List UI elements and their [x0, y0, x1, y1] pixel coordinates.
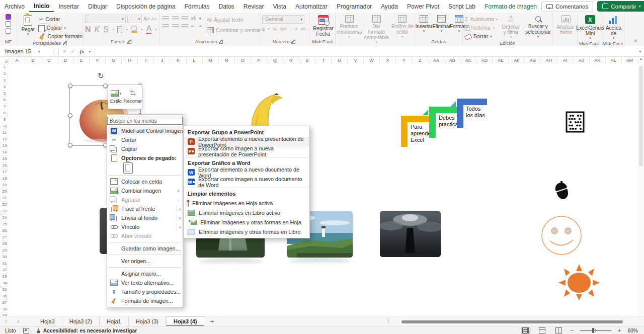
- resize-handle[interactable]: [68, 84, 72, 88]
- row-header[interactable]: 27: [0, 234, 9, 241]
- increase-indent-icon[interactable]: ⇥: [198, 24, 202, 29]
- menu-item-tamano-propiedades[interactable]: ⇕ Tamaño y propiedades...: [107, 287, 183, 296]
- zoom-out-button[interactable]: −: [571, 327, 574, 333]
- row-header[interactable]: 24: [0, 215, 9, 221]
- submenu-split-arrow[interactable]: ›: [177, 205, 181, 212]
- menu-search-input[interactable]: [107, 117, 183, 125]
- zoom-slider-thumb[interactable]: [592, 328, 594, 333]
- row-header[interactable]: 25: [0, 221, 9, 228]
- next-sheet-icon[interactable]: ›: [12, 316, 24, 326]
- orientation-icon[interactable]: ab̊: [191, 16, 196, 21]
- smartart-steps[interactable]: Para aprender Excel Debes practicar Todo…: [400, 99, 488, 149]
- row-header[interactable]: 32: [0, 267, 9, 274]
- column-header[interactable]: N: [219, 57, 235, 64]
- row-header[interactable]: 23: [0, 208, 9, 215]
- number-format-combo[interactable]: General▾: [262, 15, 304, 24]
- tab-vista[interactable]: Vista: [269, 1, 291, 12]
- row-header[interactable]: 17: [0, 169, 9, 176]
- column-header[interactable]: Y: [396, 57, 412, 64]
- tab-power-pivot[interactable]: Power Pivot: [403, 1, 444, 12]
- clear-button[interactable]: Borrar▾: [465, 32, 498, 40]
- underline-button[interactable]: S: [103, 25, 109, 34]
- save-icon[interactable]: [6, 14, 11, 20]
- zoom-level[interactable]: 60%: [627, 328, 638, 333]
- row-header[interactable]: 7: [0, 104, 9, 110]
- formula-input[interactable]: [95, 46, 639, 56]
- menu-item-vinculo[interactable]: Vínculo ›: [107, 222, 183, 231]
- column-header[interactable]: L: [187, 57, 203, 64]
- row-header[interactable]: 13: [0, 143, 9, 149]
- macro-record-icon[interactable]: [23, 328, 29, 333]
- row-header[interactable]: 35: [0, 287, 9, 293]
- export-icon[interactable]: [6, 28, 11, 34]
- borders-icon[interactable]: [117, 26, 122, 33]
- column-header[interactable]: G: [106, 57, 122, 64]
- prev-sheet-icon[interactable]: ‹: [0, 316, 12, 326]
- conditional-format-button[interactable]: Formato condicional▾: [336, 14, 363, 39]
- align-right-icon[interactable]: [182, 24, 188, 29]
- row-header[interactable]: 21: [0, 195, 9, 202]
- acorn-shape[interactable]: [552, 181, 571, 201]
- column-header[interactable]: S: [299, 57, 315, 64]
- column-header[interactable]: V: [348, 57, 364, 64]
- rotate-handle-icon[interactable]: ↻: [98, 71, 104, 80]
- row-header[interactable]: 10: [0, 123, 9, 130]
- submenu-split-arrow[interactable]: ›: [177, 214, 181, 221]
- sheet-tab-hoja3-4[interactable]: Hoja3 (4): [166, 316, 204, 326]
- row-header[interactable]: 4: [0, 84, 9, 91]
- paste-button[interactable]: Pegar ▾: [17, 14, 39, 37]
- menu-item-colocar-en-celda[interactable]: Colocar en celda: [107, 177, 183, 186]
- dialog-launcher-icon[interactable]: [219, 40, 223, 44]
- fill-color-icon[interactable]: [131, 26, 137, 33]
- normal-view-button[interactable]: [521, 327, 531, 334]
- dialog-launcher-icon[interactable]: [127, 40, 131, 44]
- photo-monolith[interactable]: [380, 211, 441, 257]
- sheet-tab-hoja3-2[interactable]: Hoja3 (2): [62, 316, 100, 326]
- row-header[interactable]: 9: [0, 117, 9, 123]
- menu-item-formato-imagen[interactable]: Formato de imagen...: [107, 296, 183, 305]
- zoom-slider[interactable]: [580, 330, 611, 331]
- row-header[interactable]: 5: [0, 91, 9, 97]
- row-header[interactable]: 19: [0, 182, 9, 189]
- page-break-view-button[interactable]: [554, 327, 564, 334]
- decrease-font-icon[interactable]: A˅: [151, 17, 157, 22]
- row-header[interactable]: 20: [0, 189, 9, 195]
- abacus-shape[interactable]: [566, 111, 585, 133]
- resize-handle[interactable]: [103, 84, 108, 88]
- submenu-item-eliminar-libro-activo[interactable]: Eliminar imágenes en Libro activo: [184, 208, 309, 217]
- decrease-decimal-icon[interactable]: .00→: [300, 27, 309, 31]
- drag-handle-icon[interactable]: ⋮: [49, 49, 58, 54]
- page-layout-view-button[interactable]: [537, 327, 547, 334]
- add-sheet-button[interactable]: +: [204, 316, 219, 326]
- sheet-tab-hoja3-3[interactable]: Hoja3 (3): [129, 316, 166, 326]
- column-header[interactable]: R: [283, 57, 299, 64]
- column-header[interactable]: E: [73, 57, 90, 64]
- format-painter-button[interactable]: Copiar formato: [39, 32, 83, 40]
- smiley-face-shape[interactable]: [540, 215, 583, 256]
- wrap-text-button[interactable]: ab̲Ajustar texto: [207, 16, 265, 24]
- column-header[interactable]: C: [41, 57, 57, 64]
- menu-item-enviar-al-fondo[interactable]: Enviar al fondo ›: [107, 213, 183, 222]
- vertical-scrollbar[interactable]: ▲: [637, 57, 644, 315]
- find-select-button[interactable]: Buscar y seleccionar▾: [524, 14, 552, 39]
- tab-automatizar[interactable]: Automatizar: [291, 1, 332, 12]
- increase-font-icon[interactable]: A˄: [143, 16, 150, 22]
- column-header[interactable]: AL: [606, 57, 622, 64]
- picture-style-button[interactable]: ▾ Estilo: [108, 85, 124, 109]
- increase-decimal-icon[interactable]: ←.0: [290, 27, 297, 31]
- row-header[interactable]: 16: [0, 162, 9, 169]
- column-header[interactable]: AG: [525, 57, 541, 64]
- column-header[interactable]: H: [122, 57, 138, 64]
- align-middle-icon[interactable]: [172, 16, 179, 21]
- row-header[interactable]: 33: [0, 274, 9, 280]
- tab-dibujar[interactable]: Dibujar: [84, 1, 112, 12]
- align-left-icon[interactable]: [163, 24, 169, 29]
- menu-item-ver-origen[interactable]: Ver origen...: [107, 257, 183, 266]
- format-table-button[interactable]: Dar formato como tabla▾: [363, 14, 390, 45]
- font-color-icon[interactable]: A: [146, 25, 151, 34]
- tab-revisar[interactable]: Revisar: [239, 1, 269, 12]
- column-header[interactable]: O: [235, 57, 251, 64]
- column-header[interactable]: Q: [267, 57, 283, 64]
- row-header[interactable]: 30: [0, 254, 9, 261]
- row-header[interactable]: 14: [0, 149, 9, 156]
